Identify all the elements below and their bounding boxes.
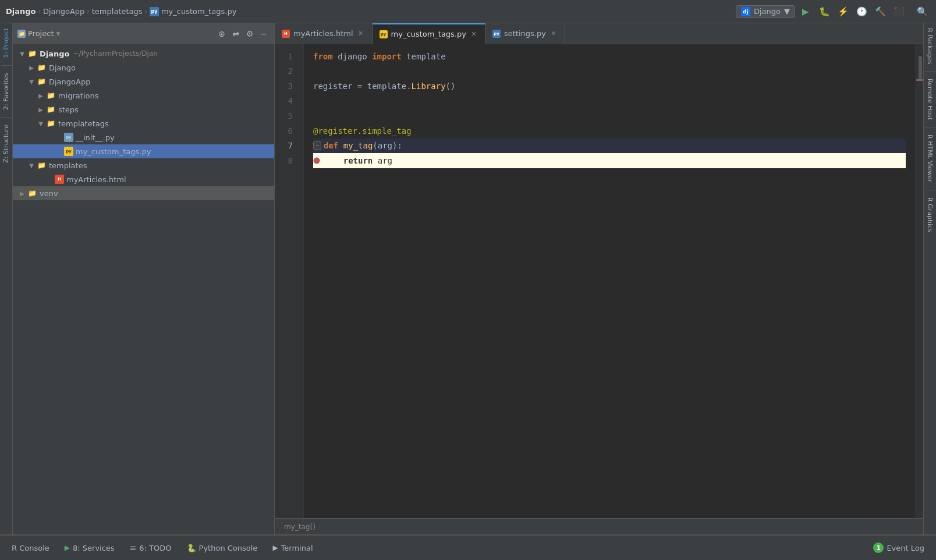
code-line-1: from django import template [313, 49, 906, 64]
tree-item-django[interactable]: 📁 Django [13, 61, 274, 75]
tree-label: steps [58, 105, 79, 114]
tree-label: Django [49, 63, 76, 72]
search-button[interactable]: 🔍 [914, 3, 930, 20]
keyword: return [343, 154, 373, 167]
todo-icon: ≡ [130, 543, 137, 552]
sidebar-divider [925, 71, 935, 72]
tab-close-icon[interactable]: ✕ [549, 30, 558, 38]
tab-close-icon[interactable]: ✕ [357, 30, 365, 38]
bottom-tab-terminal[interactable]: ▶ Terminal [265, 540, 320, 556]
sidebar-item-favorites[interactable]: 2: Favorites [2, 68, 10, 115]
breadcrumb-file: my_custom_tags.py [161, 7, 236, 16]
run-button[interactable]: ▶ [797, 3, 814, 20]
function-name: my_tag [343, 139, 373, 152]
profile-button[interactable]: ⚡ [835, 3, 851, 20]
folder-icon: 📁 [36, 62, 47, 73]
tab-settings[interactable]: py settings.py ✕ [485, 23, 565, 44]
equalize-icon[interactable]: ⇌ [230, 28, 242, 40]
coverage-button[interactable]: 🕐 [853, 3, 870, 20]
terminal-icon: ▶ [272, 544, 278, 552]
folder-icon: 📁 [17, 30, 26, 38]
tree-item-templatetags[interactable]: 📁 templatetags [13, 116, 274, 130]
bottom-tab-services[interactable]: ▶ 8: Services [58, 540, 122, 556]
fold-icon[interactable]: − [313, 141, 321, 150]
terminal-label: Terminal [281, 544, 313, 552]
tree-item-steps[interactable]: 📁 steps [13, 102, 274, 116]
right-sidebar: R Packages Remote Host R HTML Viewer R G… [923, 23, 936, 534]
sidebar-item-project[interactable]: 1: Project [2, 23, 10, 63]
tree-item-my-custom-tags[interactable]: py my_custom_tags.py [13, 144, 274, 158]
tree-item-templates[interactable]: 📁 templates [13, 158, 274, 172]
build-button[interactable]: 🔨 [872, 3, 888, 20]
tree-arrow-icon [17, 189, 27, 198]
tree-label: venv [40, 189, 58, 198]
sidebar-divider-3 [925, 190, 935, 190]
sidebar-r-packages[interactable]: R Packages [926, 23, 934, 69]
bottom-tab-python-console[interactable]: 🐍 Python Console [180, 540, 265, 556]
code-line-6: @register.simple_tag [313, 123, 906, 139]
tree-arrow-icon [36, 119, 45, 128]
error-indicator [916, 79, 923, 81]
sidebar-r-graphics[interactable]: R Graphics [926, 193, 934, 237]
bottom-tab-todo[interactable]: ≡ 6: TODO [123, 540, 179, 556]
sidebar-remote-host[interactable]: Remote Host [926, 74, 934, 125]
todo-label: 6: TODO [139, 544, 171, 552]
event-log-badge: 1 [873, 543, 884, 553]
tab-close-icon[interactable]: ✕ [470, 30, 478, 38]
tree-item-djangoapp[interactable]: 📁 DjangoApp [13, 75, 274, 88]
line-num-4: 4 [275, 94, 297, 109]
code-editor[interactable]: from django import template register = t… [304, 44, 915, 518]
tree-label: Django [40, 49, 70, 58]
gear-icon[interactable]: ⚙ [244, 28, 256, 40]
breadcrumb: Django › DjangoApp › templatetags › py m… [6, 7, 732, 16]
code-line-5 [313, 108, 906, 123]
breakpoint-icon [313, 157, 321, 165]
folder-icon: 📁 [45, 104, 56, 115]
code-line-3: register = template.Library() [313, 79, 906, 94]
tree-leaf [45, 175, 55, 184]
panel-dropdown-arrow[interactable]: ▼ [56, 31, 60, 37]
minimize-icon[interactable]: − [258, 28, 270, 40]
svg-point-0 [314, 158, 320, 164]
run-config-dropdown[interactable]: dj Django ▼ [736, 5, 795, 18]
add-icon[interactable]: ⊕ [216, 28, 228, 40]
py-icon: py [380, 30, 388, 38]
tree-label: templates [49, 161, 87, 170]
tree-item-migrations[interactable]: 📁 migrations [13, 88, 274, 102]
sidebar-r-html-viewer[interactable]: R HTML Viewer [926, 130, 934, 187]
py-icon: py [492, 30, 501, 38]
event-log-label: Event Log [887, 544, 924, 552]
tree-arrow-icon [27, 77, 36, 86]
tree-item-django-root[interactable]: 📁 Django ~/PycharmProjects/Djan [13, 47, 274, 61]
editor-footer: my_tag() [275, 518, 923, 534]
line-num-3: 3 [275, 79, 297, 94]
debug-button[interactable]: 🐛 [816, 3, 832, 20]
panel-header-icons: ⊕ ⇌ ⚙ − [216, 28, 270, 40]
sidebar-divider-2 [925, 127, 935, 127]
folder-icon: 📁 [27, 48, 37, 59]
sidebar-item-structure[interactable]: Z: Structure [2, 120, 10, 168]
py-file-icon: py [64, 147, 73, 156]
breadcrumb-django: Django [6, 7, 36, 16]
tab-mycustomtags[interactable]: py my_custom_tags.py ✕ [373, 23, 485, 44]
stop-button[interactable]: ⬛ [891, 3, 907, 20]
r-console-label: R Console [12, 544, 49, 552]
tab-bar: H myArticles.html ✕ py my_custom_tags.py… [275, 23, 923, 44]
panel-title: 📁 Project ▼ [17, 29, 212, 38]
tree-item-init-py[interactable]: py __init__.py [13, 130, 274, 144]
bottom-panel: R Console ▶ 8: Services ≡ 6: TODO 🐍 Pyth… [0, 534, 936, 560]
editor-scrollbar[interactable] [915, 44, 923, 518]
folder-icon: 📁 [36, 76, 47, 87]
config-name: Django [754, 7, 781, 16]
tree-arrow-icon [17, 49, 27, 58]
tab-myarticles[interactable]: H myArticles.html ✕ [275, 23, 373, 44]
bottom-tab-r-console[interactable]: R Console [5, 540, 56, 556]
tree-item-myarticles-html[interactable]: H myArticles.html [13, 172, 274, 186]
tree-item-venv[interactable]: 📁 venv [13, 186, 274, 200]
bottom-tab-event-log[interactable]: 1 Event Log [866, 539, 931, 557]
code-line-4 [313, 94, 906, 109]
tree-label: my_custom_tags.py [76, 147, 151, 156]
tree-arrow-icon [36, 105, 45, 114]
python-icon: 🐍 [187, 544, 196, 552]
services-run-icon: ▶ [65, 544, 70, 552]
